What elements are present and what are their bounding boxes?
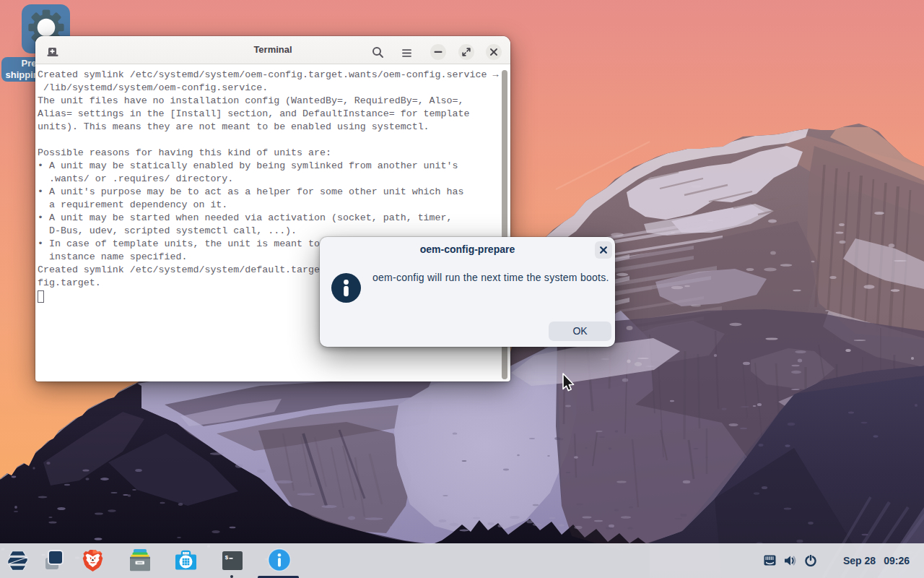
svg-text:$: $ bbox=[225, 554, 229, 561]
